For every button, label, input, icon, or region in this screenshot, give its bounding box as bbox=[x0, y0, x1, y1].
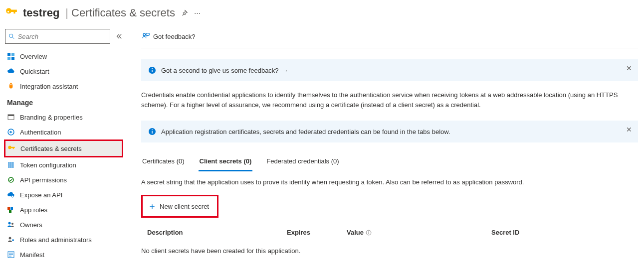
svg-rect-3 bbox=[11, 53, 14, 56]
tabs-info-text: Application registration certificates, s… bbox=[161, 128, 450, 136]
sidebar-item-label: Integration assistant bbox=[20, 83, 78, 90]
svg-rect-16 bbox=[10, 207, 13, 210]
tab-certificates[interactable]: Certificates (0) bbox=[141, 152, 186, 171]
feedback-banner-arrow[interactable]: → bbox=[282, 67, 288, 74]
sidebar-item-integration[interactable]: Integration assistant bbox=[5, 79, 122, 94]
svg-rect-8 bbox=[8, 115, 14, 116]
auth-icon bbox=[7, 128, 15, 136]
sidebar-item-api-permissions[interactable]: API permissions bbox=[5, 172, 122, 187]
pin-icon[interactable] bbox=[181, 9, 188, 16]
svg-rect-15 bbox=[7, 207, 10, 210]
close-icon[interactable]: ✕ bbox=[626, 64, 632, 72]
svg-point-20 bbox=[9, 237, 11, 240]
cloud-icon bbox=[7, 67, 15, 75]
sidebar-item-roles-admins[interactable]: Roles and administrators bbox=[5, 232, 122, 247]
tab-client-secrets[interactable]: Client secrets (0) bbox=[199, 152, 253, 171]
col-expires: Expires bbox=[287, 229, 347, 236]
search-input[interactable] bbox=[18, 33, 107, 40]
main-content: Got feedback? Got a second to give us so… bbox=[127, 29, 644, 271]
svg-rect-31 bbox=[152, 131, 153, 134]
svg-point-32 bbox=[152, 130, 153, 131]
sidebar-item-label: Manifest bbox=[20, 251, 44, 259]
svg-point-35 bbox=[368, 231, 369, 232]
svg-rect-2 bbox=[7, 53, 10, 56]
sidebar-item-quickstart[interactable]: Quickstart bbox=[5, 64, 122, 79]
key-icon bbox=[7, 144, 15, 152]
rocket-icon bbox=[7, 82, 15, 90]
svg-point-19 bbox=[11, 223, 13, 225]
feedback-link[interactable]: Got feedback? bbox=[141, 32, 196, 41]
svg-point-0 bbox=[9, 34, 13, 37]
sidebar-item-label: Certificates & secrets bbox=[20, 145, 82, 152]
tabs-info-banner: Application registration certificates, s… bbox=[141, 121, 638, 142]
manifest-icon bbox=[7, 251, 15, 259]
info-icon bbox=[148, 66, 156, 74]
sidebar-item-owners[interactable]: Owners bbox=[5, 217, 122, 232]
info-icon[interactable] bbox=[366, 230, 372, 236]
secrets-table-header: Description Expires Value Secret ID bbox=[141, 224, 638, 241]
feedback-banner-text: Got a second to give us some feedback? bbox=[161, 67, 279, 74]
svg-point-25 bbox=[143, 33, 146, 36]
client-secrets-description: A secret string that the application use… bbox=[141, 178, 638, 186]
sidebar-item-overview[interactable]: Overview bbox=[5, 49, 122, 64]
sidebar-item-authentication[interactable]: Authentication bbox=[5, 125, 122, 139]
sidebar-item-branding[interactable]: Branding & properties bbox=[5, 110, 122, 125]
svg-point-29 bbox=[152, 68, 153, 69]
sidebar: Overview Quickstart Integration assistan… bbox=[0, 29, 127, 271]
secrets-empty-message: No client secrets have been created for … bbox=[141, 241, 638, 261]
svg-rect-4 bbox=[7, 57, 10, 60]
sidebar-item-label: App roles bbox=[20, 206, 47, 214]
new-client-secret-button[interactable]: ＋ New client secret bbox=[144, 197, 216, 215]
sidebar-item-label: Expose an API bbox=[20, 191, 62, 199]
svg-point-14 bbox=[11, 195, 13, 197]
svg-rect-5 bbox=[11, 57, 14, 60]
col-secret-id: Secret ID bbox=[491, 229, 632, 236]
svg-rect-17 bbox=[9, 210, 11, 213]
svg-line-1 bbox=[12, 37, 14, 39]
title-divider: | bbox=[65, 6, 68, 19]
sidebar-item-label: API permissions bbox=[20, 176, 67, 184]
branding-icon bbox=[7, 113, 15, 121]
svg-rect-26 bbox=[146, 33, 149, 36]
api-perm-icon bbox=[7, 176, 15, 184]
page-title: Certificates & secrets bbox=[71, 6, 175, 19]
app-roles-icon bbox=[7, 206, 15, 214]
sidebar-item-expose-api[interactable]: Expose an API bbox=[5, 187, 122, 202]
sidebar-item-label: Quickstart bbox=[20, 68, 49, 75]
svg-point-18 bbox=[8, 222, 11, 225]
search-box[interactable] bbox=[5, 29, 110, 44]
sidebar-item-label: Branding & properties bbox=[20, 114, 83, 121]
feedback-label: Got feedback? bbox=[153, 33, 196, 40]
svg-point-6 bbox=[10, 84, 11, 85]
manage-group-title: Manage bbox=[5, 94, 122, 110]
sidebar-item-certificates-secrets[interactable]: Certificates & secrets bbox=[5, 141, 122, 156]
sidebar-item-label: Authentication bbox=[20, 129, 61, 136]
roles-admin-icon bbox=[7, 236, 15, 244]
close-icon[interactable]: ✕ bbox=[626, 126, 632, 134]
tab-federated[interactable]: Federated credentials (0) bbox=[265, 152, 340, 171]
tabs: Certificates (0) Client secrets (0) Fede… bbox=[141, 152, 638, 171]
svg-rect-34 bbox=[369, 232, 369, 234]
collapse-sidebar-icon[interactable] bbox=[115, 33, 122, 40]
token-icon bbox=[7, 161, 15, 169]
overview-icon bbox=[7, 52, 15, 60]
feedback-icon bbox=[141, 32, 150, 41]
sidebar-item-label: Overview bbox=[20, 53, 47, 60]
col-value: Value bbox=[347, 229, 491, 236]
sidebar-item-token-config[interactable]: Token configuration bbox=[5, 157, 122, 172]
svg-rect-11 bbox=[10, 162, 11, 168]
svg-rect-28 bbox=[152, 70, 153, 72]
expose-icon bbox=[7, 191, 15, 199]
sidebar-item-label: Owners bbox=[20, 221, 42, 229]
app-title: testreg bbox=[23, 6, 59, 19]
sidebar-item-manifest[interactable]: Manifest bbox=[5, 247, 122, 262]
sidebar-item-app-roles[interactable]: App roles bbox=[5, 202, 122, 217]
info-icon bbox=[148, 128, 156, 136]
col-description: Description bbox=[147, 229, 287, 236]
credentials-description: Credentials enable confidential applicat… bbox=[141, 90, 630, 110]
search-icon bbox=[8, 33, 15, 40]
svg-rect-12 bbox=[12, 162, 13, 168]
more-icon[interactable]: ⋯ bbox=[194, 9, 201, 17]
feedback-banner: Got a second to give us some feedback? →… bbox=[141, 59, 638, 81]
svg-rect-10 bbox=[8, 162, 9, 168]
